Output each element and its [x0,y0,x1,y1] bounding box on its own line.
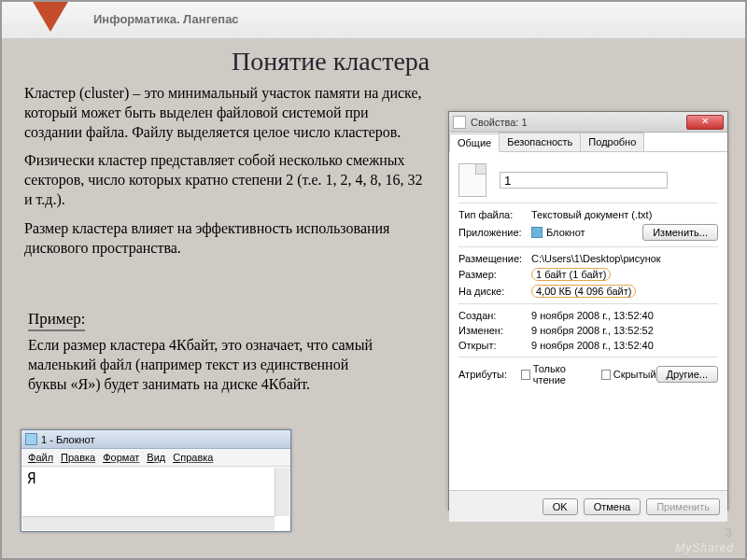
tab-security[interactable]: Безопасность [499,133,581,151]
app-value: Блокнот [546,227,585,238]
hidden-label: Скрытый [613,369,656,380]
menu-help[interactable]: Справка [170,451,216,464]
location-value: C:\Users\1\Desktop\рисунок [531,253,661,264]
modified-label: Изменен: [458,325,531,336]
close-button[interactable]: ✕ [686,115,724,130]
app-label: Приложение: [458,227,531,238]
paragraph-2: Физически кластер представляет собой нес… [24,151,426,209]
created-value: 9 ноября 2008 г., 13:52:40 [531,310,654,321]
properties-body: Тип файла:Текстовый документ (.txt) Прил… [449,152,727,490]
modified-value: 9 ноября 2008 г., 13:52:52 [531,325,654,336]
filename-input[interactable] [500,172,668,189]
menu-file[interactable]: Файл [25,451,56,464]
body-text: Кластер (cluster) – это минимальный учас… [24,84,426,267]
tabs: Общие Безопасность Подробно [449,133,727,152]
menu-format[interactable]: Формат [100,451,142,464]
cancel-button[interactable]: Отмена [584,498,641,515]
notepad-icon [531,227,543,238]
slide-number: 3 [726,525,732,539]
paragraph-3: Размер кластера влияет на эффективность … [24,219,426,259]
readonly-label: Только чтение [533,363,592,385]
size-value: 1 байт (1 байт) [531,268,611,281]
attrs-label: Атрибуты: [458,369,521,380]
notepad-window: 1 - Блокнот Файл Правка Формат Вид Справ… [21,429,291,532]
menu-view[interactable]: Вид [144,451,168,464]
ok-button[interactable]: OK [543,498,578,515]
example-text: Если размер кластера 4Кбайт, это означае… [28,336,383,394]
properties-title: Свойства: 1 [471,117,528,128]
notepad-titlebar[interactable]: 1 - Блокнот [21,430,290,449]
properties-titlebar[interactable]: Свойства: 1 ✕ [449,112,727,133]
opened-value: 9 ноября 2008 г., 13:52:40 [531,340,654,351]
notepad-textarea[interactable]: Я [21,467,290,523]
readonly-checkbox[interactable] [521,370,530,380]
location-label: Размещение: [458,253,531,264]
ondisk-value: 4,00 КБ (4 096 байт) [531,285,636,298]
watermark: MyShared [675,541,734,554]
app-topbar: Информатика. Лангепас [0,0,747,39]
apply-button[interactable]: Применить [646,498,720,515]
tab-details[interactable]: Подробно [580,133,644,151]
document-icon [458,163,486,197]
topbar-title: Информатика. Лангепас [93,12,239,26]
menu-edit[interactable]: Правка [58,451,98,464]
file-icon [453,116,466,129]
ondisk-label: На диске: [458,286,531,297]
notepad-menubar: Файл Правка Формат Вид Справка [21,449,290,467]
type-value: Текстовый документ (.txt) [531,209,652,220]
created-label: Создан: [458,310,531,321]
example-label: Пример: [28,310,85,331]
other-button[interactable]: Другие... [656,366,718,383]
opened-label: Открыт: [458,340,531,351]
slide-title: Понятие кластера [232,47,430,77]
hidden-checkbox[interactable] [601,370,611,380]
change-button[interactable]: Изменить... [642,224,718,241]
size-label: Размер: [458,269,531,280]
pointer-decoration [32,0,69,32]
vertical-scrollbar[interactable] [275,468,289,516]
horizontal-scrollbar[interactable] [22,516,275,530]
notepad-title: 1 - Блокнот [41,434,94,445]
tab-general[interactable]: Общие [449,133,500,152]
type-label: Тип файла: [458,209,531,220]
dialog-buttons: OK Отмена Применить [449,490,727,522]
notepad-icon [25,433,37,445]
properties-dialog: Свойства: 1 ✕ Общие Безопасность Подробн… [448,111,728,511]
paragraph-1: Кластер (cluster) – это минимальный учас… [24,84,426,142]
